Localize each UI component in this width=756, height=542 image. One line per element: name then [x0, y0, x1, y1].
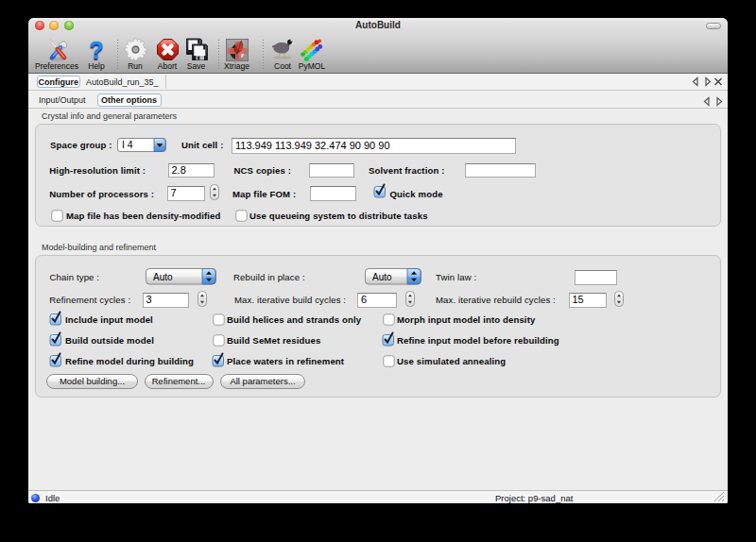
svg-text:I 4: I 4 [122, 139, 133, 150]
svg-text:Auto: Auto [153, 272, 173, 282]
svg-text:Auto: Auto [372, 272, 392, 282]
